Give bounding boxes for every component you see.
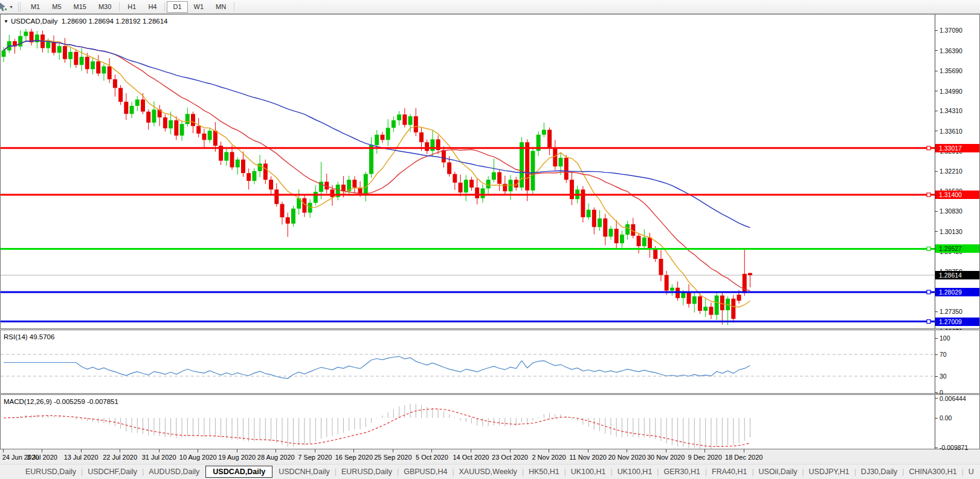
axis-tick-mark — [935, 354, 938, 355]
level-price-label: 1.31400 — [935, 191, 979, 199]
chart-tab-ger30-h1[interactable]: GER30,H1 — [659, 466, 704, 478]
time-axis-label: 19 Aug 2020 — [218, 454, 256, 461]
axis-tick-mark — [935, 398, 938, 399]
rsi-chart[interactable] — [1, 330, 935, 393]
chart-tab-uk100-h1[interactable]: UK100,H1 — [566, 466, 611, 478]
chart-tab-usoil-daily[interactable]: USOil,Daily — [754, 466, 802, 478]
time-axis-tick — [666, 449, 666, 452]
axis-tick-label: 1.32210 — [940, 168, 962, 175]
level-price-label: 1.29527 — [935, 244, 979, 253]
chart-ohlc-values: 1.28690 1.28694 1.28192 1.28614 — [62, 18, 168, 25]
chart-tab-dj30-daily[interactable]: DJ30,Daily — [856, 466, 902, 478]
line-handle — [927, 290, 930, 294]
axis-tick-label: 70 — [940, 351, 947, 358]
axis-tick-mark — [935, 418, 938, 419]
chart-tab-uk100-h1[interactable]: UK100,H1 — [613, 466, 657, 478]
chart-tab-usdcnh-daily[interactable]: USDCNH,Daily — [274, 466, 335, 478]
chart-collapse-icon[interactable]: ▼ — [4, 19, 8, 24]
axis-tick-label: 1.34310 — [940, 107, 962, 114]
time-axis-label: 22 Jul 2020 — [103, 454, 137, 461]
axis-tick-label: 1.33610 — [940, 128, 962, 135]
current-price-label: 1.28614 — [935, 271, 979, 279]
axis-tick-mark — [935, 171, 938, 172]
chart-tab-xauusd-weekly[interactable]: XAUUSD,Weekly — [454, 466, 522, 478]
time-axis-label: 13 Jul 2020 — [64, 454, 98, 461]
axis-tick-label: 0.006444 — [940, 395, 966, 402]
line-handle — [927, 247, 930, 250]
toolbar-separator — [234, 2, 234, 11]
time-axis-tick — [3, 449, 4, 452]
time-axis-label: 2 Nov 2020 — [532, 454, 566, 461]
chart-tab-usdjpy-h1[interactable]: USDJPY,H1 — [804, 466, 854, 478]
price-axis[interactable]: 1.370901.363901.356901.349901.343101.336… — [935, 15, 979, 328]
chart-tab-eurusd-daily[interactable]: EURUSD,Daily — [337, 466, 397, 478]
axis-tick-mark — [935, 211, 938, 212]
chart-tab-usdchf-daily[interactable]: USDCHF,Daily — [83, 466, 142, 478]
time-axis-tick — [120, 449, 120, 452]
chart-title: ▼USDCAD,Daily 1.28690 1.28694 1.28192 1.… — [4, 18, 168, 25]
axis-tick-mark — [935, 71, 938, 71]
axis-tick-mark — [935, 393, 938, 393]
time-axis-tick — [471, 449, 471, 452]
rsi-label: RSI(14) 49.5706 — [4, 333, 54, 341]
axis-tick-mark — [935, 50, 938, 51]
chart-tab-gbpusd-h4[interactable]: GBPUSD,H4 — [399, 466, 452, 478]
toolbar-grip-handle[interactable] — [18, 2, 21, 11]
chart-tabs-bar: EURUSD,Daily|USDCHF,Daily|AUDUSD,DailyUS… — [0, 464, 980, 479]
timeframe-button-m1[interactable]: M1 — [25, 1, 46, 13]
macd-indicator-window[interactable]: MACD(12,26,9) -0.005259 -0.007851 0.0064… — [0, 394, 980, 449]
time-axis-label: 30 Nov 2020 — [647, 454, 685, 461]
axis-tick-mark — [935, 231, 938, 232]
timeframe-button-m15[interactable]: M15 — [68, 1, 92, 13]
chart-tab-china300-h1[interactable]: CHINA300,H1 — [904, 466, 961, 478]
time-axis-tick — [198, 449, 198, 452]
axis-tick-label: 1.35690 — [940, 67, 962, 74]
time-axis-tick — [353, 449, 354, 452]
ma-medium-line — [4, 41, 750, 291]
time-axis-tick — [431, 449, 432, 452]
time-axis[interactable]: 24 Jun 20203 Jul 202013 Jul 202022 Jul 2… — [0, 449, 980, 464]
timeframe-button-h4[interactable]: H4 — [142, 1, 163, 13]
time-axis-tick — [744, 449, 744, 452]
time-axis-tick — [704, 449, 705, 452]
axis-tick-label: 1.30830 — [940, 207, 962, 215]
toolbar-separator — [164, 2, 165, 11]
line-handle — [927, 146, 930, 150]
macd-chart[interactable] — [1, 395, 935, 449]
candlestick-chart[interactable] — [1, 15, 935, 327]
time-axis-tick — [276, 449, 276, 452]
axis-tick-mark — [935, 111, 938, 111]
time-axis-label: 3 Jul 2020 — [27, 454, 57, 461]
rsi-axis: 10070300 — [935, 330, 979, 393]
time-axis-tick — [627, 449, 627, 452]
time-axis-tick — [237, 449, 237, 452]
axis-tick-mark — [935, 30, 938, 31]
chart-tab-usdcad-daily[interactable]: USDCAD,Daily — [205, 466, 272, 478]
chart-tab-u[interactable]: U — [964, 466, 979, 478]
timeframe-button-d1[interactable]: D1 — [167, 1, 187, 13]
timeframe-button-w1[interactable]: W1 — [188, 1, 210, 13]
axis-tick-label: 1.37090 — [940, 27, 962, 34]
chart-tab-eurusd-daily[interactable]: EURUSD,Daily — [21, 466, 81, 478]
rsi-indicator-window[interactable]: RSI(14) 49.5706 10070300 — [0, 330, 980, 394]
timeframe-button-m30[interactable]: M30 — [92, 1, 117, 13]
level-price-label: 1.33017 — [935, 144, 979, 152]
cursor-tool-icon[interactable] — [0, 1, 8, 12]
timeframe-button-mn[interactable]: MN — [210, 1, 232, 13]
chart-tab-audusd-daily[interactable]: AUDUSD,Daily — [144, 466, 204, 478]
timeframe-button-m5[interactable]: M5 — [46, 1, 67, 13]
line-handle — [927, 320, 930, 324]
chart-symbol-label: USDCAD,Daily — [11, 18, 57, 25]
chart-tab-hk50-h1[interactable]: HK50,H1 — [524, 466, 564, 478]
axis-tick-label: 1.27350 — [940, 308, 962, 315]
axis-tick-mark — [935, 338, 938, 339]
time-axis-tick — [588, 449, 588, 452]
level-price-label: 1.28029 — [935, 288, 979, 296]
rsi-line — [4, 356, 750, 379]
timeframe-button-h1[interactable]: H1 — [121, 1, 142, 13]
time-axis-label: 31 Jul 2020 — [142, 454, 176, 461]
cursor-tool-dropdown-icon[interactable]: ▼ — [8, 5, 16, 9]
time-axis-tick — [549, 449, 549, 452]
chart-tab-fra40-h1[interactable]: FRA40,H1 — [707, 466, 752, 478]
main-chart-window[interactable]: ▼USDCAD,Daily 1.28690 1.28694 1.28192 1.… — [0, 14, 980, 329]
